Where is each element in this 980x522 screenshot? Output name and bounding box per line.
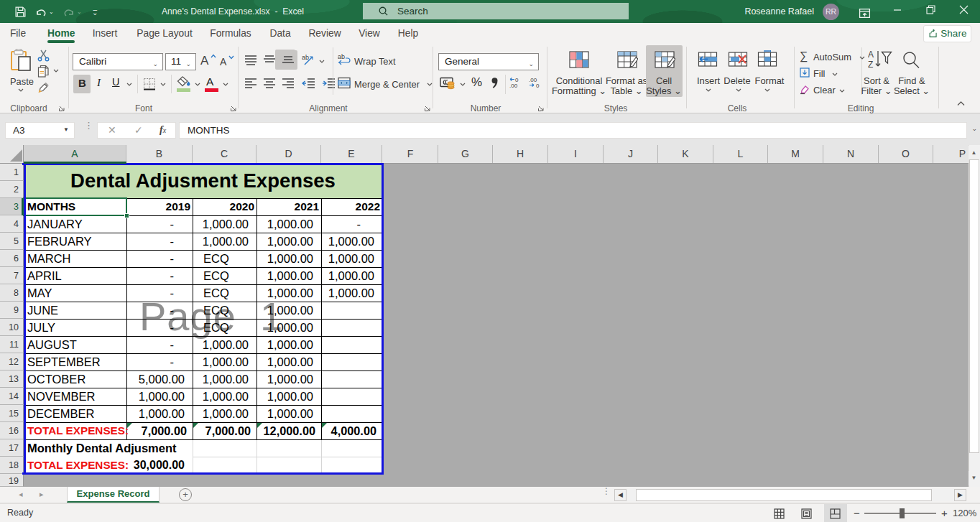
svg-text:Z: Z xyxy=(868,60,873,70)
svg-text:.00: .00 xyxy=(509,83,518,88)
svg-text:ab: ab xyxy=(302,54,309,61)
svg-text:ab: ab xyxy=(338,53,345,60)
svg-text:A: A xyxy=(868,50,874,60)
